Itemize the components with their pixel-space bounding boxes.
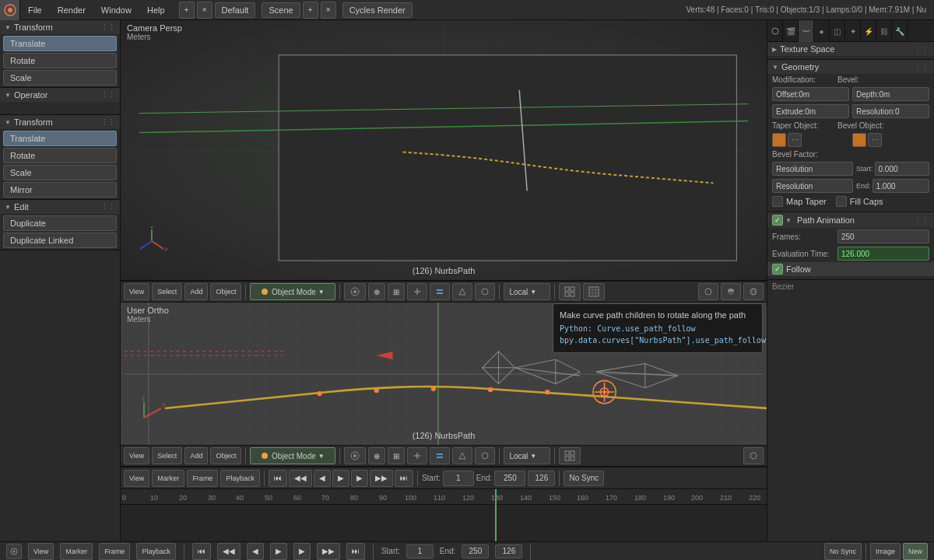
status-icon[interactable] bbox=[6, 544, 22, 559]
end-value-field2[interactable]: 1.000 bbox=[873, 179, 929, 193]
tool-btn-1[interactable]: ⊕ bbox=[368, 283, 385, 300]
tab-material[interactable]: ● bbox=[814, 20, 830, 42]
tool-btn2-2[interactable]: ⊞ bbox=[388, 447, 405, 464]
add-menu-btn2[interactable]: Add bbox=[184, 447, 208, 464]
scale-btn-bottom[interactable]: Scale bbox=[3, 165, 117, 180]
end-value[interactable]: 250 bbox=[494, 471, 525, 486]
next-key-btn[interactable]: ▶▶ bbox=[370, 470, 393, 487]
view-menu-btn2[interactable]: View bbox=[124, 447, 149, 464]
operator-header[interactable]: ▼ Operator ⋮⋮ bbox=[0, 88, 120, 102]
render-btn[interactable] bbox=[698, 283, 718, 300]
timeline-view-btn[interactable]: View bbox=[124, 470, 149, 487]
tab-physics[interactable]: ⚡ bbox=[861, 20, 876, 42]
translate-btn-bottom[interactable]: Translate bbox=[3, 131, 117, 146]
path-animation-header[interactable]: ▼ Path Animation ⋮⋮ bbox=[767, 212, 934, 228]
view-menu-btn[interactable]: View bbox=[124, 283, 149, 300]
extrude-field[interactable]: Extrude: 0m bbox=[772, 104, 849, 118]
eval-time-value[interactable]: 126.000 bbox=[837, 247, 929, 261]
grid-btn2-1[interactable] bbox=[559, 447, 581, 464]
status-view-btn[interactable]: View bbox=[28, 543, 54, 560]
bevel-browse-btn[interactable]: ⋯ bbox=[868, 133, 882, 147]
view-type-btn2[interactable] bbox=[344, 447, 366, 464]
res-end-field[interactable]: Resolution bbox=[772, 179, 853, 193]
fill-caps-checkbox[interactable] bbox=[836, 196, 847, 207]
start-value-field[interactable]: 0.000 bbox=[875, 162, 929, 176]
timeline-playback-btn[interactable]: Playback bbox=[220, 470, 260, 487]
status-end-val[interactable]: 250 bbox=[462, 544, 489, 558]
current-frame[interactable]: 126 bbox=[528, 471, 555, 486]
status-new-btn[interactable]: New bbox=[903, 543, 928, 560]
taper-color-swatch[interactable] bbox=[772, 133, 786, 147]
sync-selector[interactable]: No Sync bbox=[564, 471, 604, 486]
status-next-key[interactable]: ▶▶ bbox=[317, 543, 340, 560]
status-sync-btn[interactable]: No Sync bbox=[824, 543, 862, 560]
edit-close[interactable]: ⋮⋮ bbox=[101, 203, 115, 211]
taper-browse-btn[interactable]: ⋯ bbox=[788, 133, 802, 147]
menu-window[interactable]: Window bbox=[93, 0, 139, 20]
transform-close-bottom[interactable]: ⋮⋮ bbox=[101, 118, 115, 126]
menu-render[interactable]: Render bbox=[50, 0, 93, 20]
tool-btn-3[interactable] bbox=[407, 283, 427, 300]
transform-header-top[interactable]: ▼ Transform ⋮⋮ bbox=[0, 20, 120, 34]
status-jump-end[interactable]: ⏭ bbox=[346, 543, 365, 560]
map-taper-checkbox[interactable] bbox=[772, 196, 783, 207]
status-current-frame[interactable]: 126 bbox=[495, 544, 522, 558]
start-value[interactable]: 1 bbox=[443, 471, 474, 486]
viewport-top[interactable]: Camera Persp Meters X Z (126) NurbsPath bbox=[121, 20, 767, 281]
duplicate-linked-btn[interactable]: Duplicate Linked bbox=[3, 233, 117, 248]
transform-close-top[interactable]: ⋮⋮ bbox=[101, 23, 115, 31]
scene-close-btn[interactable]: × bbox=[321, 2, 336, 19]
mode-selector2[interactable]: Object Mode ▼ bbox=[250, 447, 335, 464]
layout-add-btn[interactable]: + bbox=[179, 2, 195, 19]
tool-btn-2[interactable]: ⊞ bbox=[388, 283, 405, 300]
status-prev-frame[interactable]: ◀ bbox=[247, 543, 264, 560]
status-jump-start[interactable]: ⏮ bbox=[192, 543, 211, 560]
tool-btn2-3[interactable] bbox=[407, 447, 427, 464]
bevel-color-swatch[interactable] bbox=[852, 133, 866, 147]
status-marker-btn[interactable]: Marker bbox=[60, 543, 93, 560]
transform-header-bottom[interactable]: ▼ Transform ⋮⋮ bbox=[0, 115, 120, 129]
menu-help[interactable]: Help bbox=[139, 0, 173, 20]
translate-btn-top[interactable]: Translate bbox=[3, 36, 117, 51]
tool-btn-6[interactable] bbox=[475, 283, 495, 300]
mode-selector[interactable]: Object Mode ▼ bbox=[250, 283, 335, 300]
object-menu-btn2[interactable]: Object bbox=[210, 447, 241, 464]
tool-btn2-6[interactable] bbox=[475, 447, 495, 464]
tool-btn-5[interactable] bbox=[452, 283, 472, 300]
texture-space-header[interactable]: ▶ Texture Space ⋮⋮ bbox=[767, 42, 934, 56]
tool-btn2-1[interactable]: ⊕ bbox=[368, 447, 385, 464]
status-play[interactable]: ▶ bbox=[270, 543, 287, 560]
status-frame-btn[interactable]: Frame bbox=[99, 543, 130, 560]
geometry-header[interactable]: ▼ Geometry ⋮⋮ bbox=[767, 60, 934, 74]
play-btn[interactable]: ▶ bbox=[332, 470, 349, 487]
tab-scene[interactable]: 🎬 bbox=[783, 20, 799, 42]
duplicate-btn[interactable]: Duplicate bbox=[3, 215, 117, 231]
mirror-btn[interactable]: Mirror bbox=[3, 182, 117, 198]
prev-frame-btn[interactable]: ◀ bbox=[314, 470, 331, 487]
tool-btn2-5[interactable] bbox=[452, 447, 472, 464]
tab-constraints[interactable]: ⛓ bbox=[876, 20, 892, 42]
menu-file[interactable]: File bbox=[20, 0, 50, 20]
render-btn2[interactable] bbox=[743, 447, 764, 464]
space-selector[interactable]: Local ▼ bbox=[504, 283, 550, 300]
tab-particles[interactable]: ✦ bbox=[845, 20, 861, 42]
space-selector2[interactable]: Local ▼ bbox=[504, 447, 550, 464]
rotate-btn-bottom[interactable]: Rotate bbox=[3, 148, 117, 163]
timeline-frame-btn[interactable]: Frame bbox=[187, 470, 218, 487]
timeline-marker-btn[interactable]: Marker bbox=[152, 470, 184, 487]
layout-close-btn[interactable]: × bbox=[197, 2, 212, 19]
status-playback-btn[interactable]: Playback bbox=[136, 543, 176, 560]
scene-selector[interactable]: Scene bbox=[262, 2, 300, 18]
tab-object-data[interactable]: 〰 bbox=[799, 20, 814, 42]
status-start-val[interactable]: 1 bbox=[406, 544, 434, 558]
grid-btn-1[interactable] bbox=[559, 283, 581, 300]
blender-icon[interactable] bbox=[0, 0, 20, 20]
layout-selector[interactable]: Default bbox=[215, 2, 256, 18]
edit-header[interactable]: ▼ Edit ⋮⋮ bbox=[0, 200, 120, 214]
status-next-frame[interactable]: ▶ bbox=[293, 543, 311, 560]
object-menu-btn[interactable]: Object bbox=[210, 283, 241, 300]
view-type-btn[interactable] bbox=[344, 283, 366, 300]
res-start-field[interactable]: Resolution bbox=[772, 162, 853, 176]
engine-selector[interactable]: Cycles Render bbox=[342, 2, 413, 18]
path-animation-checkbox[interactable] bbox=[772, 215, 783, 226]
